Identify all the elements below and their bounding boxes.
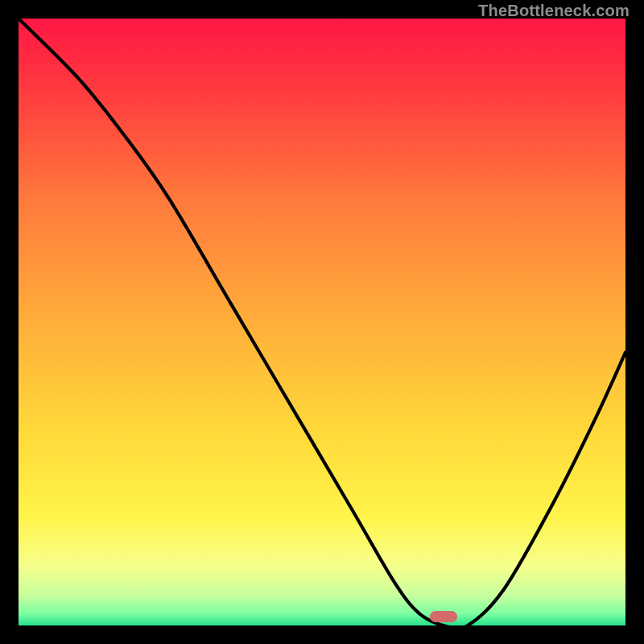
bottleneck-curve [19, 19, 625, 625]
optimal-marker [430, 611, 457, 622]
watermark-text: TheBottleneck.com [478, 2, 630, 20]
chart-frame: TheBottleneck.com [0, 0, 644, 644]
plot-area [19, 19, 625, 625]
